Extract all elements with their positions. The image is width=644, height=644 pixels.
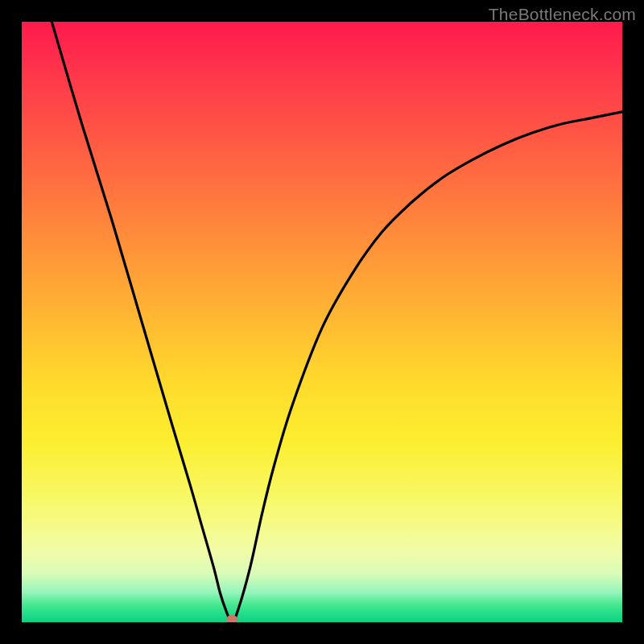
chart-plot-area (22, 22, 622, 622)
chart-svg (22, 22, 622, 622)
bottleneck-curve (52, 22, 622, 622)
watermark-text: TheBottleneck.com (489, 5, 636, 24)
